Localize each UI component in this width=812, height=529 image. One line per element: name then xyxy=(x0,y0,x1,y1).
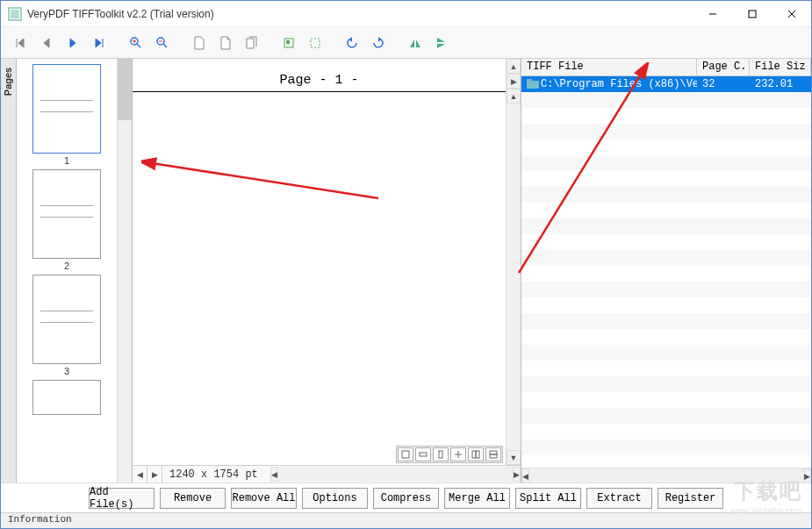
svg-rect-17 xyxy=(420,453,427,456)
file-row-empty xyxy=(521,376,811,392)
page-thumbnail[interactable]: 1 xyxy=(32,64,101,166)
hscroll-right-far-button[interactable]: ▶ xyxy=(147,466,162,483)
svg-rect-18 xyxy=(439,451,442,458)
file-row-empty xyxy=(521,234,811,250)
mini-tool-5[interactable] xyxy=(468,447,484,461)
options-button[interactable]: Options xyxy=(302,488,368,509)
preview-canvas[interactable]: Page - 1 - xyxy=(133,59,506,465)
pages-tab[interactable]: Pages xyxy=(1,59,17,483)
svg-rect-1 xyxy=(11,10,19,18)
split-all-button[interactable]: Split All xyxy=(515,488,581,509)
toolbar xyxy=(1,27,811,59)
scroll-up-button[interactable]: ▲ xyxy=(507,59,521,74)
file-row-empty xyxy=(521,124,811,139)
close-button[interactable] xyxy=(772,1,811,26)
rotate-left-button[interactable] xyxy=(341,32,363,54)
maximize-button[interactable] xyxy=(732,1,772,26)
file-row-empty xyxy=(521,155,811,171)
page-thumbnail[interactable]: 3 xyxy=(32,275,101,376)
svg-rect-14 xyxy=(286,40,290,44)
col-header-file[interactable]: TIFF File xyxy=(521,59,697,75)
thumbnail-label: 3 xyxy=(64,366,69,376)
file-row-empty xyxy=(521,424,811,440)
svg-rect-26 xyxy=(527,79,532,82)
register-button[interactable]: Register xyxy=(658,488,723,509)
last-page-button[interactable] xyxy=(89,32,110,54)
remove-all-button[interactable]: Remove All xyxy=(231,488,297,509)
file-panel: TIFF File Page C... File Siz C:\Program … xyxy=(521,59,811,483)
scroll-up2-button[interactable]: ▶ xyxy=(507,74,521,89)
compress-button[interactable]: Compress xyxy=(373,488,439,509)
svg-rect-3 xyxy=(749,11,756,18)
extract-button[interactable]: Extract xyxy=(586,488,652,509)
col-header-pages[interactable]: Page C... xyxy=(697,59,750,75)
rotate-right-button[interactable] xyxy=(368,32,389,54)
svg-rect-21 xyxy=(472,451,476,458)
flip-horizontal-button[interactable] xyxy=(405,32,426,54)
svg-rect-23 xyxy=(490,451,497,454)
file-row-empty xyxy=(521,171,811,187)
first-page-button[interactable] xyxy=(10,32,31,54)
remove-button[interactable]: Remove xyxy=(160,488,226,509)
col-header-size[interactable]: File Siz xyxy=(750,59,811,75)
statusbar: Information xyxy=(1,512,811,528)
pages-panel: Pages 123 xyxy=(1,59,133,483)
file-row-empty xyxy=(521,203,811,218)
file-row-empty xyxy=(521,250,811,266)
file-row-empty xyxy=(521,345,811,361)
file-row-empty xyxy=(521,187,811,203)
new-doc-button[interactable] xyxy=(189,32,210,54)
mini-toolbar xyxy=(396,446,503,463)
scroll-down-button[interactable]: ▼ xyxy=(507,450,521,465)
file-row-empty xyxy=(521,218,811,234)
file-row-empty xyxy=(521,392,811,408)
next-page-button[interactable] xyxy=(62,32,83,54)
hscroll-left-far-button[interactable]: ◀ xyxy=(133,466,147,483)
pages-scrollbar[interactable] xyxy=(117,59,132,483)
thumbnail-label: 2 xyxy=(64,261,69,271)
select-button[interactable] xyxy=(305,32,326,54)
file-row-empty xyxy=(521,139,811,155)
zoom-out-button[interactable] xyxy=(152,32,173,54)
file-list[interactable]: C:\Program Files (x86)\Ver...32232.01 xyxy=(521,76,811,468)
preview-hscrollbar[interactable]: ◀ ▶ xyxy=(270,467,521,482)
page-thumbnail[interactable]: 2 xyxy=(32,169,101,271)
hscroll-left-button[interactable]: ◀ xyxy=(270,467,278,482)
flip-vertical-button[interactable] xyxy=(431,32,452,54)
scroll-up3-button[interactable]: ▲ xyxy=(507,89,521,104)
svg-line-7 xyxy=(137,44,140,47)
button-bar: Add File(s) Remove Remove All Options Co… xyxy=(1,483,811,512)
file-hscrollbar[interactable]: ◀ ▶ xyxy=(521,468,811,483)
minimize-button[interactable] xyxy=(693,1,732,26)
page-header: Page - 1 - xyxy=(133,69,506,92)
add-files-button[interactable]: Add File(s) xyxy=(89,488,154,509)
preview-vscrollbar[interactable]: ▲ ▶ ▲ ▼ xyxy=(506,59,521,465)
file-row-empty xyxy=(521,297,811,313)
open-doc-button[interactable] xyxy=(215,32,236,54)
svg-rect-16 xyxy=(402,451,409,458)
file-hscroll-left[interactable]: ◀ xyxy=(521,468,529,483)
file-row-empty xyxy=(521,455,811,468)
page-thumbnail[interactable] xyxy=(32,380,101,415)
titlebar: VeryPDF TIFFToolkit v2.2 (Trial version) xyxy=(1,1,811,27)
prev-page-button[interactable] xyxy=(36,32,57,54)
mini-tool-1[interactable] xyxy=(398,447,413,461)
mini-tool-3[interactable] xyxy=(433,447,449,461)
file-hscroll-right[interactable]: ▶ xyxy=(803,468,811,483)
mini-tool-4[interactable] xyxy=(450,447,466,461)
file-row-empty xyxy=(521,108,811,124)
svg-rect-22 xyxy=(476,451,479,458)
mini-tool-6[interactable] xyxy=(485,447,501,461)
page-dimensions: 1240 x 1754 pt xyxy=(162,468,265,481)
mini-tool-2[interactable] xyxy=(415,447,431,461)
thumbnail-list[interactable]: 123 xyxy=(17,59,117,483)
merge-all-button[interactable]: Merge All xyxy=(444,488,510,509)
crop-button[interactable] xyxy=(278,32,299,54)
svg-rect-24 xyxy=(490,454,497,458)
file-list-header[interactable]: TIFF File Page C... File Siz xyxy=(521,59,811,76)
file-row-empty xyxy=(521,361,811,376)
hscroll-right-button[interactable]: ▶ xyxy=(513,467,521,482)
copy-doc-button[interactable] xyxy=(241,32,262,54)
file-row[interactable]: C:\Program Files (x86)\Ver...32232.01 xyxy=(521,76,811,92)
zoom-in-button[interactable] xyxy=(126,32,147,54)
